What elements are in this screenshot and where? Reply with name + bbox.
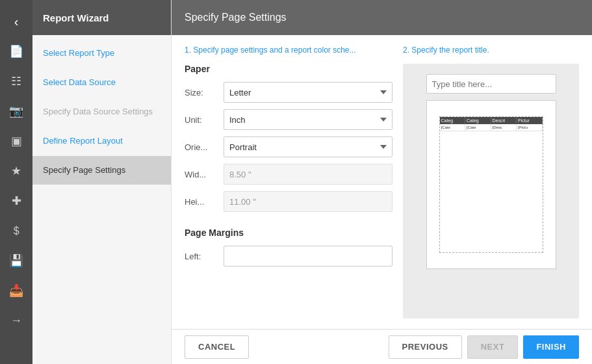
width-label: Wid... xyxy=(185,170,224,179)
unit-label: Unit: xyxy=(185,115,224,125)
add-icon[interactable]: ✚ xyxy=(0,186,32,216)
icon-bar: ‹ 📄 ☷ 📷 ▣ ★ ✚ ＄ 💾 📥 → xyxy=(0,0,32,364)
sidebar: Report Wizard Select Report Type Select … xyxy=(32,0,172,364)
text-icon[interactable]: ＄ xyxy=(0,216,32,246)
margins-title: Page Margins xyxy=(185,228,393,238)
shape-icon[interactable]: ▣ xyxy=(0,126,32,156)
orientation-row: Orie... Portrait Landscape xyxy=(185,136,393,157)
preview-data-cell-0-3: [Pictu xyxy=(517,124,543,131)
save-icon[interactable]: 💾 xyxy=(0,246,32,276)
preview-header-row: Categ Categ Descri Pictur xyxy=(440,117,543,124)
left-panel: 1. Specify page settings and a report co… xyxy=(185,46,393,318)
main-body: 1. Specify page settings and a report co… xyxy=(172,35,592,329)
image-icon[interactable]: 📷 xyxy=(0,96,32,126)
preview-data-row-0: [Cate [Cate [Desc [Pictu xyxy=(440,124,543,131)
orientation-label: Orie... xyxy=(185,142,224,152)
orientation-select[interactable]: Portrait Landscape xyxy=(224,136,393,157)
margins-section: Page Margins Left: 1.00 " xyxy=(185,228,393,273)
sidebar-item-select-data-source[interactable]: Select Data Source xyxy=(32,68,171,98)
right-panel: 2. Specify the report title. Categ Categ… xyxy=(403,46,579,318)
star-icon[interactable]: ★ xyxy=(0,156,32,186)
main-title: Specify Page Settings xyxy=(185,12,287,23)
sidebar-item-define-report-layout[interactable]: Define Report Layout xyxy=(32,127,171,156)
preview-header-cell-1: Categ xyxy=(465,117,491,124)
previous-button[interactable]: PREVIOUS xyxy=(389,335,462,359)
preview-data-cell-0-2: [Desc xyxy=(491,124,517,131)
page-preview: Categ Categ Descri Pictur [Cate [Cate [D… xyxy=(426,100,556,269)
sidebar-title: Report Wizard xyxy=(32,0,171,35)
preview-area: Categ Categ Descri Pictur [Cate [Cate [D… xyxy=(403,64,579,318)
step2-label: 2. Specify the report title. xyxy=(403,46,579,55)
height-row: Hei... 11.00 " xyxy=(185,191,393,212)
size-select[interactable]: Letter A4 Legal xyxy=(224,82,393,103)
export-icon[interactable]: 📥 xyxy=(0,276,32,306)
left-margin-input[interactable]: 1.00 " xyxy=(224,246,393,266)
sidebar-item-select-report-type[interactable]: Select Report Type xyxy=(32,39,171,68)
width-row: Wid... 8.50 " xyxy=(185,164,393,185)
height-value: 11.00 " xyxy=(224,191,393,212)
preview-data-cell-0-0: [Cate xyxy=(440,124,466,131)
preview-header-cell-0: Categ xyxy=(440,117,466,124)
height-label: Hei... xyxy=(185,197,224,207)
unit-select[interactable]: InchCentimeterMillimeter xyxy=(224,109,393,130)
preview-header-cell-2: Descri xyxy=(491,117,517,124)
width-value: 8.50 " xyxy=(224,164,393,185)
sidebar-nav: Select Report Type Select Data Source Sp… xyxy=(32,35,171,364)
paper-section-title: Paper xyxy=(185,64,393,74)
preview-data-cell-0-1: [Cate xyxy=(465,124,491,131)
main-footer: CANCEL PREVIOUS NEXT FINISH xyxy=(172,329,592,364)
grid-icon[interactable]: ☷ xyxy=(0,66,32,96)
report-title-input[interactable] xyxy=(426,74,556,94)
size-row: Size: Letter A4 Legal xyxy=(185,82,393,103)
left-margin-row: Left: 1.00 " xyxy=(185,246,393,266)
exit-icon[interactable]: → xyxy=(0,306,32,335)
document-icon[interactable]: 📄 xyxy=(0,36,32,66)
sidebar-item-specify-data-source-settings: Specify Data Source Settings xyxy=(32,98,171,127)
left-margin-label: Left: xyxy=(185,252,224,261)
step1-label: 1. Specify page settings and a report co… xyxy=(185,46,393,55)
finish-button[interactable]: FINISH xyxy=(523,335,579,359)
footer-right-buttons: PREVIOUS NEXT FINISH xyxy=(389,335,579,359)
main-content: Specify Page Settings 1. Specify page se… xyxy=(172,0,592,364)
size-label: Size: xyxy=(185,88,224,98)
page-preview-inner: Categ Categ Descri Pictur [Cate [Cate [D… xyxy=(439,116,543,253)
back-button[interactable]: ‹ xyxy=(0,6,32,36)
preview-header-cell-3: Pictur xyxy=(517,117,543,124)
next-button: NEXT xyxy=(467,335,519,359)
cancel-button[interactable]: CANCEL xyxy=(185,335,249,359)
unit-row: Unit: InchCentimeterMillimeter xyxy=(185,109,393,130)
main-header: Specify Page Settings xyxy=(172,0,592,35)
sidebar-item-specify-page-settings[interactable]: Specify Page Settings xyxy=(32,156,171,185)
